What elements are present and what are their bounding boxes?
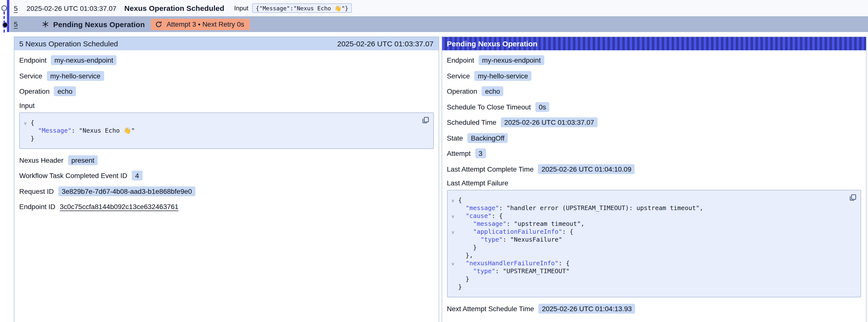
field-value-badge: echo — [482, 86, 503, 96]
detail-field-row: Endpoint ID3c0c75ccfa8144b092c13ce632463… — [19, 201, 434, 212]
field-value-badge: 0s — [535, 102, 550, 112]
code-line: "message": "handler error (UPSTREAM_TIME… — [451, 204, 846, 212]
copy-button[interactable] — [422, 116, 429, 124]
field-value-badge: 4 — [132, 171, 143, 181]
detail-field-row: Request ID3e829b7e-7d67-4b08-aad3-b1e868… — [19, 186, 434, 196]
field-value-badge: 2025-02-26 UTC 01:04:13.93 — [538, 304, 635, 314]
code-line-text: "cause": { — [458, 212, 503, 220]
code-line: "type": "NexusFailure" — [451, 236, 846, 244]
pending-asterisk-icon — [42, 21, 49, 28]
field-label: Request ID — [19, 187, 54, 195]
event-history-row-scheduled[interactable]: 5 2025-02-26 UTC 01:03:37.07 Nexus Opera… — [10, 0, 868, 16]
detail-field-row: Servicemy-hello-service — [19, 70, 434, 81]
code-line: } — [451, 244, 846, 252]
field-value-badge: echo — [54, 86, 76, 96]
code-line: } — [451, 283, 846, 291]
detail-field-row: Servicemy-hello-service — [447, 70, 861, 81]
detail-field-row: Operationecho — [447, 86, 861, 97]
field-value-link[interactable]: 3c0c75ccfa8144b092c13ce632463761 — [60, 203, 178, 211]
code-line-text: "type": "NexusFailure" — [458, 236, 562, 244]
detail-field-row: StateBackingOff — [447, 132, 861, 143]
code-gutter — [451, 276, 458, 284]
code-line: "Message": "Nexus Echo 👋" — [24, 127, 418, 134]
code-line-text: } — [458, 275, 469, 283]
code-line-text: { — [31, 119, 34, 127]
field-label: Last Attempt Failure — [447, 179, 861, 187]
event-id-link[interactable]: 5 — [14, 4, 18, 12]
code-line: ∨ "applicationFailureInfo": { — [451, 228, 846, 236]
field-value-badge: BackingOff — [467, 133, 508, 143]
field-value-badge: my-nexus-endpoint — [479, 55, 544, 65]
code-gutter — [451, 205, 458, 213]
json-code-block: ∨{ "Message": "Nexus Echo 👋"} — [19, 112, 434, 149]
detail-panels: 5 Nexus Operation Scheduled 2025-02-26 U… — [14, 36, 867, 322]
field-label: State — [447, 134, 463, 142]
code-line-text: "message": "upstream timeout", — [458, 220, 585, 228]
temporal-event-history-view: 5 2025-02-26 UTC 01:03:37.07 Nexus Opera… — [0, 0, 868, 322]
collapse-chevron-icon[interactable]: ∨ — [24, 119, 31, 127]
field-label: Input — [19, 101, 434, 109]
pending-operation-fields: Endpointmy-nexus-endpointServicemy-hello… — [442, 50, 866, 322]
code-gutter — [24, 135, 31, 143]
code-line-text: "message": "handler error (UPSTREAM_TIME… — [458, 204, 703, 212]
event-timestamp: 2025-02-26 UTC 01:03:37.07 — [27, 4, 117, 12]
code-gutter — [451, 252, 458, 260]
field-label: Last Attempt Complete Time — [447, 165, 534, 173]
detail-field-row: Next Attempt Schedule Time2025-02-26 UTC… — [447, 303, 861, 314]
code-gutter — [451, 284, 458, 291]
collapse-chevron-icon[interactable]: ∨ — [451, 213, 458, 220]
code-gutter — [451, 236, 458, 244]
code-line-text: "nexusHandlerFailureInfo": { — [458, 259, 570, 267]
code-lines: ∨{ "message": "handler error (UPSTREAM_T… — [451, 196, 846, 291]
timeline-rail — [0, 0, 10, 32]
event-marker-open-circle-icon — [1, 5, 7, 10]
input-label: Input — [234, 4, 248, 12]
code-gutter — [451, 244, 458, 252]
copy-button[interactable] — [849, 194, 857, 201]
event-detail-fields: Endpointmy-nexus-endpointServicemy-hello… — [14, 50, 438, 222]
code-gutter — [451, 268, 458, 276]
collapse-chevron-icon[interactable]: ∨ — [451, 260, 458, 268]
panel-title: 5 Nexus Operation Scheduled — [19, 39, 118, 48]
field-label: Attempt — [447, 150, 471, 157]
json-code-block: ∨{ "message": "handler error (UPSTREAM_T… — [447, 190, 861, 297]
field-label: Operation — [19, 87, 50, 95]
code-line-text: } — [458, 283, 462, 291]
retry-icon — [155, 21, 163, 28]
code-line-text: "applicationFailureInfo": { — [458, 228, 574, 236]
event-detail-panel: 5 Nexus Operation Scheduled 2025-02-26 U… — [14, 36, 439, 322]
field-label: Scheduled Time — [447, 118, 496, 126]
code-gutter — [451, 220, 458, 228]
code-line-text: "type": "UPSTREAM_TIMEOUT" — [458, 267, 570, 275]
code-line-text: }, — [458, 252, 473, 259]
field-label: Next Attempt Schedule Time — [447, 305, 534, 313]
code-line: ∨{ — [451, 196, 846, 204]
code-gutter — [24, 127, 31, 135]
code-line-text: } — [31, 134, 34, 142]
code-line: } — [24, 134, 418, 142]
collapse-chevron-icon[interactable]: ∨ — [451, 228, 458, 236]
detail-field-row: Operationecho — [19, 86, 434, 97]
field-value-badge: my-hello-service — [474, 71, 531, 80]
field-value-badge: 2025-02-26 UTC 01:03:37.07 — [501, 117, 597, 127]
code-line: "message": "upstream timeout", — [451, 220, 846, 228]
detail-field-row: Last Attempt Complete Time2025-02-26 UTC… — [447, 163, 861, 174]
code-line: ∨ "nexusHandlerFailureInfo": { — [451, 259, 846, 267]
detail-field-row: Endpointmy-nexus-endpoint — [447, 55, 861, 66]
field-label: Endpoint — [19, 56, 46, 64]
collapse-chevron-icon[interactable]: ∨ — [451, 197, 458, 205]
timeline-connector-line — [3, 7, 5, 33]
pending-operation-panel: Pending Nexus Operation Endpointmy-nexus… — [441, 36, 867, 322]
code-line-text: { — [458, 196, 462, 204]
detail-field-row: Nexus Headerpresent — [19, 155, 434, 165]
pending-operation-row[interactable]: 5 Pending Nexus Operation Attempt 3 • Ne… — [10, 16, 868, 32]
detail-field-row: Scheduled Time2025-02-26 UTC 01:03:37.07 — [447, 117, 861, 128]
code-line: }, — [451, 252, 846, 259]
code-line: } — [451, 275, 846, 283]
event-id-link[interactable]: 5 — [14, 20, 18, 28]
event-marker-current-dot-icon — [2, 22, 8, 28]
field-label: Service — [447, 72, 470, 79]
pending-operation-title: Pending Nexus Operation — [53, 20, 145, 28]
code-line-text: "Message": "Nexus Echo 👋" — [31, 127, 135, 134]
code-line-text: } — [458, 244, 477, 252]
